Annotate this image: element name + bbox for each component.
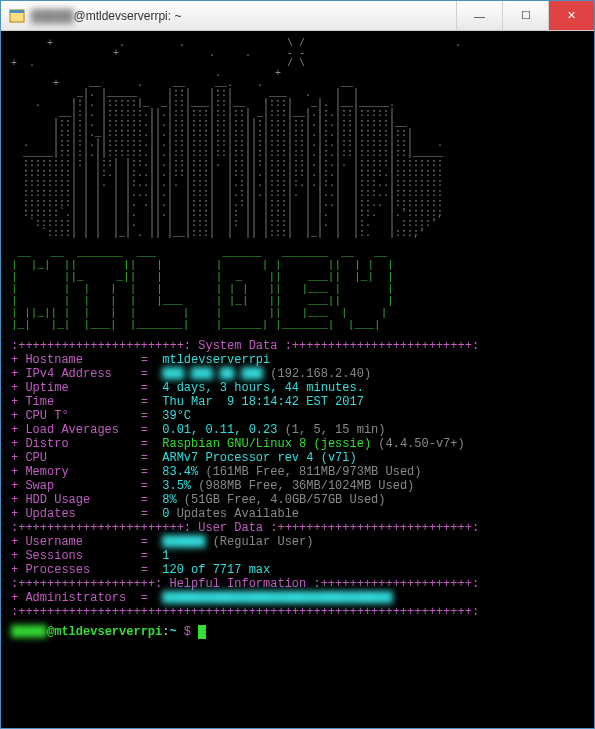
minimize-button[interactable]: — xyxy=(456,1,502,30)
mtl-dev-logo: __ __ _______ ___ ______ _______ __ __ |… xyxy=(11,247,584,331)
row-updates: + Updates = 0 Updates Available xyxy=(11,507,584,521)
row-processes: + Processes = 120 of 7717 max xyxy=(11,563,584,577)
row-cputemp: + CPU T° = 39°C xyxy=(11,409,584,423)
row-ipv4: + IPv4 Address = ███.███.██.███ (192.168… xyxy=(11,367,584,381)
row-hostname: + Hostname = mtldevserverrpi xyxy=(11,353,584,367)
window-controls: — ☐ ✕ xyxy=(456,1,594,30)
row-memory: + Memory = 83.4% (161MB Free, 811MB/973M… xyxy=(11,465,584,479)
shell-prompt[interactable]: █████@mtldevserverrpi:~ $ xyxy=(11,625,584,639)
ascii-city-art: + . . \ / . + . . - - + . / \ xyxy=(11,39,584,239)
footer-divider: :+++++++++++++++++++++++++++++++++++++++… xyxy=(11,605,584,619)
row-swap: + Swap = 3.5% (988MB Free, 36MB/1024MB U… xyxy=(11,479,584,493)
terminal-body[interactable]: + . . \ / . + . . - - + . / \ xyxy=(1,31,594,728)
titlebar[interactable]: █████@mtldevserverrpi: ~ — ☐ ✕ xyxy=(1,1,594,31)
row-uptime: + Uptime = 4 days, 3 hours, 44 minutes. xyxy=(11,381,584,395)
row-username: + Username = ██████ (Regular User) xyxy=(11,535,584,549)
maximize-button[interactable]: ☐ xyxy=(502,1,548,30)
help-header: :+++++++++++++++++++: Helpful Informatio… xyxy=(11,577,584,591)
cursor-icon xyxy=(198,625,206,639)
row-admins: + Administrators = █████████████████████… xyxy=(11,591,584,605)
row-load: + Load Averages = 0.01, 0.11, 0.23 (1, 5… xyxy=(11,423,584,437)
terminal-window: █████@mtldevserverrpi: ~ — ☐ ✕ + . . \ /… xyxy=(0,0,595,729)
system-data-header: :+++++++++++++++++++++++: System Data :+… xyxy=(11,339,584,353)
row-distro: + Distro = Raspbian GNU/Linux 8 (jessie)… xyxy=(11,437,584,451)
row-cpu: + CPU = ARMv7 Processor rev 4 (v7l) xyxy=(11,451,584,465)
row-hdd: + HDD Usage = 8% (51GB Free, 4.0GB/57GB … xyxy=(11,493,584,507)
row-time: + Time = Thu Mar 9 18:14:42 EST 2017 xyxy=(11,395,584,409)
close-button[interactable]: ✕ xyxy=(548,1,594,30)
svg-rect-1 xyxy=(10,10,24,13)
window-title: █████@mtldevserverrpi: ~ xyxy=(31,9,456,23)
row-sessions: + Sessions = 1 xyxy=(11,549,584,563)
app-icon xyxy=(9,8,25,24)
user-data-header: :+++++++++++++++++++++++: User Data :+++… xyxy=(11,521,584,535)
